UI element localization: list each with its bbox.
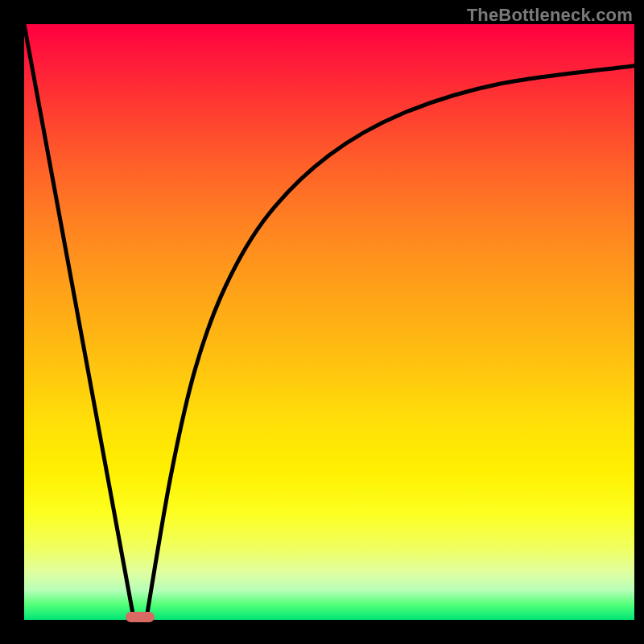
gradient-plot-area [24, 24, 634, 620]
bottleneck-marker [126, 612, 155, 622]
curve-layer [24, 24, 634, 620]
left-branch-line [24, 24, 134, 620]
watermark-text: TheBottleneck.com [467, 5, 633, 26]
right-branch-curve [147, 66, 634, 620]
